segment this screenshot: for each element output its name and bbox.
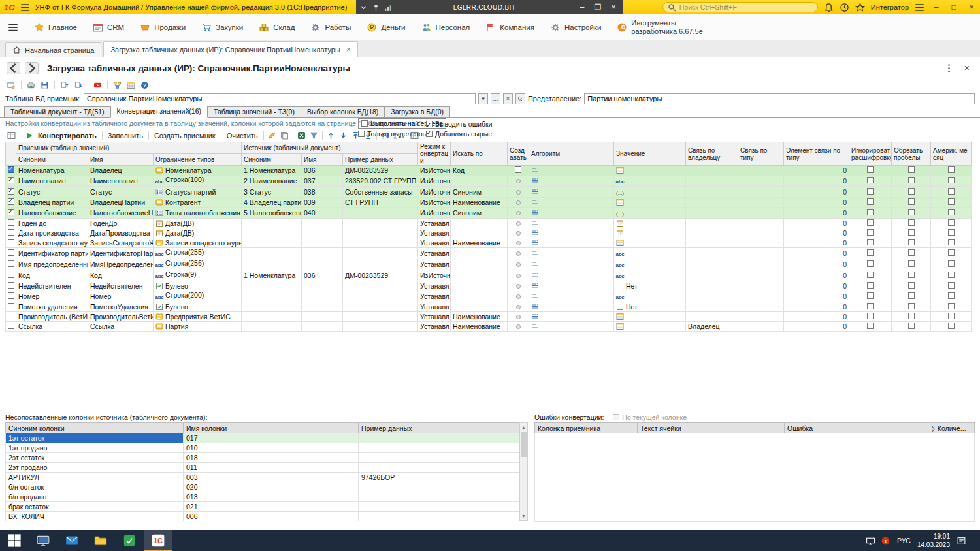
trim-checkbox[interactable] — [908, 198, 915, 205]
conversion-mode[interactable]: Устанавл... — [418, 259, 451, 270]
row-checkbox[interactable] — [8, 260, 14, 267]
ignore-decode-flag[interactable] — [849, 291, 892, 302]
type-restriction[interactable]: Предприятия ВетИС — [154, 312, 242, 322]
type-link[interactable] — [738, 176, 784, 187]
col-algorithm[interactable]: Алгоритм — [529, 142, 614, 166]
file-explorer-button[interactable] — [86, 530, 115, 551]
target-name[interactable]: Недействителен — [88, 281, 154, 291]
view-tab[interactable]: Загрузка в БД(0) — [384, 106, 450, 117]
ignore-checkbox[interactable] — [867, 177, 874, 183]
ignore-decode-flag[interactable] — [849, 259, 892, 270]
col-type-restriction[interactable]: Ограничение типов — [154, 154, 242, 166]
ignore-checkbox[interactable] — [867, 303, 874, 309]
tab-home[interactable]: Начальная страница — [5, 42, 101, 57]
unmapped-name[interactable]: 021 — [184, 502, 359, 512]
view-tab[interactable]: Конвертация значений(16) — [110, 106, 208, 118]
red-dot-tray-icon[interactable]: 1 — [881, 536, 890, 546]
create-flag[interactable] — [508, 322, 529, 332]
session-close-button[interactable]: × — [608, 0, 619, 14]
command-button[interactable]: Очистить — [223, 130, 261, 141]
us-month-checkbox[interactable] — [948, 166, 955, 173]
source-name[interactable] — [302, 322, 343, 332]
session-minimize-button[interactable]: – — [576, 0, 588, 14]
upload-icon[interactable] — [58, 80, 71, 91]
value[interactable] — [614, 219, 686, 228]
algorithm[interactable] — [529, 291, 614, 302]
move-up-icon[interactable] — [325, 130, 337, 141]
row-checkbox[interactable] — [8, 177, 14, 183]
create-checkbox[interactable] — [515, 166, 521, 173]
trim-checkbox[interactable] — [908, 177, 915, 183]
us-month-checkbox[interactable] — [948, 260, 955, 267]
algorithm[interactable] — [529, 198, 614, 208]
unmapped-name[interactable]: 020 — [184, 482, 359, 492]
ignore-decode-flag[interactable] — [849, 322, 892, 332]
owner-link[interactable] — [686, 291, 738, 302]
ignore-checkbox[interactable] — [867, 249, 874, 256]
value[interactable]: abc — [614, 270, 686, 281]
source-synonym[interactable] — [242, 248, 302, 259]
unmapped-synonym[interactable]: б/н продано — [6, 492, 184, 502]
form-settings-icon[interactable] — [5, 80, 18, 91]
unmapped-name[interactable]: 006 — [184, 512, 359, 522]
trim-flag[interactable] — [892, 291, 931, 302]
ignore-decode-flag[interactable] — [849, 176, 892, 187]
search-by[interactable] — [451, 176, 508, 187]
source-name[interactable]: 036 — [302, 270, 343, 281]
row-checkbox[interactable] — [8, 219, 14, 226]
sample-data[interactable] — [343, 302, 418, 312]
move-down-icon[interactable] — [337, 130, 350, 141]
type-link-element[interactable]: 0 — [784, 198, 849, 208]
source-synonym[interactable] — [242, 322, 302, 332]
create-flag[interactable] — [508, 291, 529, 302]
row-select[interactable] — [6, 322, 16, 332]
type-link-element[interactable]: 0 — [784, 238, 849, 248]
form-table-icon[interactable] — [5, 130, 18, 141]
source-name[interactable]: 039 — [302, 198, 343, 208]
type-restriction[interactable]: Дата(ДВ) — [154, 228, 242, 238]
col-source-name[interactable]: Имя — [302, 154, 343, 166]
row-select[interactable] — [6, 166, 16, 176]
us-month-checkbox[interactable] — [948, 198, 955, 205]
scrollbar[interactable]: ▲ ▼ — [519, 422, 528, 521]
create-flag[interactable] — [508, 248, 529, 259]
algorithm[interactable] — [529, 238, 614, 248]
trim-flag[interactable] — [892, 166, 931, 176]
choose-button[interactable]: ▾ — [478, 93, 488, 104]
source-name[interactable]: 040 — [302, 208, 343, 219]
type-link[interactable] — [738, 312, 784, 322]
mapping-row[interactable]: НомерНомерabcСтрока(200)Устанавл...abc0 — [6, 291, 972, 302]
type-restriction[interactable]: Булево — [154, 302, 242, 312]
sample-data[interactable] — [343, 219, 418, 228]
unmapped-row[interactable]: 2эт продано011 — [6, 463, 519, 473]
forward-button[interactable] — [25, 62, 39, 74]
notification-icon[interactable] — [956, 536, 966, 546]
mapping-row[interactable]: Производитель (ВетИС)ПроизводительВетИСП… — [6, 312, 972, 322]
ignore-decode-flag[interactable] — [849, 166, 892, 176]
col-sample[interactable]: Пример данных — [343, 154, 418, 166]
sample-data[interactable] — [343, 322, 418, 332]
algorithm[interactable] — [529, 187, 614, 198]
mapping-row[interactable]: Годен доГоденДоДата(ДВ)Устанавл...0 — [6, 219, 972, 228]
unmapped-row[interactable]: 1эт продано010 — [6, 443, 519, 453]
view-input[interactable]: Партии номенклатуры — [584, 93, 975, 104]
add-raw-checkbox[interactable]: Добавлять сырые — [426, 130, 492, 138]
source-name[interactable] — [302, 312, 343, 322]
type-restriction[interactable]: abcСтрока(255) — [154, 248, 242, 259]
algorithm[interactable] — [529, 248, 614, 259]
save-icon[interactable] — [39, 80, 51, 91]
trim-checkbox[interactable] — [908, 219, 915, 226]
us-month-checkbox[interactable] — [948, 292, 955, 299]
col-target-synonym[interactable]: Синоним — [16, 154, 88, 166]
type-link-element[interactable]: 0 — [784, 166, 849, 176]
value[interactable]: Нет — [614, 281, 686, 291]
target-synonym[interactable]: Производитель (ВетИС) — [16, 312, 88, 322]
mapping-row[interactable]: Пометка удаленияПометкаУдаленияБулевоУст… — [6, 302, 972, 312]
create-flag[interactable] — [508, 208, 529, 219]
open-icon[interactable] — [25, 80, 37, 91]
ignore-decode-flag[interactable] — [849, 187, 892, 198]
more-icon[interactable] — [944, 63, 954, 73]
type-restriction[interactable]: Дата(ДВ) — [154, 219, 242, 228]
owner-link[interactable] — [686, 259, 738, 270]
type-link-element[interactable]: 0 — [784, 322, 849, 332]
